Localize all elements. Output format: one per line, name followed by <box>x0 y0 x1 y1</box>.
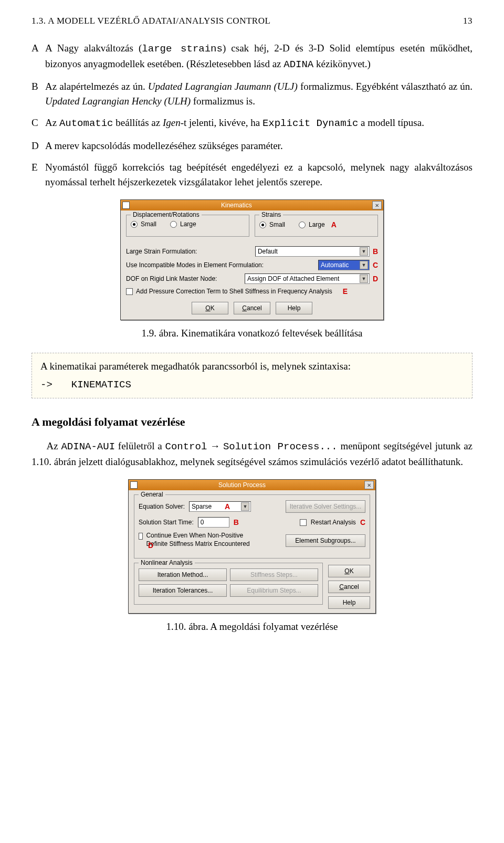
incomp-combo[interactable]: Automatic ▼ <box>318 260 370 270</box>
sst-input[interactable]: 0 <box>198 517 229 528</box>
eq-combo[interactable]: Sparse A ▼ <box>189 501 251 512</box>
dof-combo[interactable]: Assign DOF of Attached Element ▼ <box>245 273 370 284</box>
list-item-a: A A Nagy alakváltozás (large strains) cs… <box>32 41 472 72</box>
lsf-label: Large Strain Formulation: <box>126 248 197 255</box>
section-heading: A megoldási folyamat vezérlése <box>32 415 472 429</box>
annot-c: C <box>373 261 378 269</box>
help-button[interactable]: Help <box>328 596 370 609</box>
strains-large-radio[interactable] <box>299 222 306 228</box>
kinematics-title: Kinematics <box>132 202 252 209</box>
solution-title: Solution Process <box>140 481 266 489</box>
header-page-number: 13 <box>463 16 472 26</box>
disp-small-radio[interactable] <box>131 221 138 228</box>
ok-button[interactable]: OK <box>192 302 228 314</box>
annot-sp-c: C <box>360 518 365 526</box>
general-legend: General <box>139 491 165 498</box>
solution-paragraph: Az ADINA-AUI felületről a Control → Solu… <box>32 439 472 469</box>
annot-sp-b: B <box>234 518 239 526</box>
chevron-down-icon: ▼ <box>360 247 368 256</box>
solution-titlebar[interactable]: Solution Process ✕ <box>129 480 375 490</box>
list-item-b: B Az alapértelmezés az ún. Updated Lagra… <box>32 79 472 108</box>
disp-legend: Displacement/Rotations <box>131 211 202 218</box>
lsf-combo[interactable]: Default ▼ <box>255 246 370 257</box>
strains-small-radio[interactable] <box>259 222 266 228</box>
chevron-down-icon: ▼ <box>241 502 249 511</box>
caption-solution: 1.10. ábra. A megoldási folyamat vezérlé… <box>32 621 472 633</box>
strains-large-label: Large <box>309 221 325 228</box>
dof-label: DOF on Rigid Link Master Node: <box>126 275 217 282</box>
annot-e: E <box>343 287 348 296</box>
window-icon <box>130 481 138 489</box>
annot-sp-d: D <box>148 541 153 550</box>
annot-sp-a: A <box>225 502 230 511</box>
definition-list: A A Nagy alakváltozás (large strains) cs… <box>32 41 472 189</box>
ok-button[interactable]: OK <box>328 565 370 577</box>
annot-d: D <box>373 275 378 283</box>
equilibrium-steps-button: Equilibrium Steps... <box>230 584 318 597</box>
kinematics-titlebar[interactable]: Kinematics ✕ <box>121 200 383 210</box>
continue-label: Continue Even When Non-Positive Definite… <box>146 532 249 547</box>
figure-solution: Solution Process ✕ General Equation Solv… <box>32 479 472 614</box>
caption-kinematics: 1.9. ábra. Kinematikára vonatkozó feltev… <box>32 328 472 339</box>
element-subgroups-button[interactable]: Element Subgroups... <box>286 534 365 547</box>
note-command: KINEMATICS <box>71 377 131 393</box>
iteration-method-button[interactable]: Iteration Method... <box>139 568 227 581</box>
header-section: 1.3. A MODELL VEZÉRLŐ ADATAI/ANALYSIS CO… <box>32 16 270 26</box>
restart-checkbox[interactable] <box>300 519 307 526</box>
iterative-settings-button: Iterative Solver Settings... <box>286 500 365 513</box>
annot-b: B <box>373 247 378 256</box>
page-header: 1.3. A MODELL VEZÉRLŐ ADATAI/ANALYSIS CO… <box>32 16 472 26</box>
list-item-c: C Az Automatic beállítás az Igen-t jelen… <box>32 115 472 131</box>
disp-large-label: Large <box>180 220 196 228</box>
restart-label: Restart Analysis <box>311 519 356 526</box>
stiffness-steps-button: Stiffness Steps... <box>230 568 318 581</box>
annot-a: A <box>331 220 337 229</box>
cancel-button[interactable]: Cancel <box>328 581 370 593</box>
note-text: A kinematikai paraméterek megadhatók par… <box>40 359 464 374</box>
window-icon <box>122 202 130 209</box>
disp-large-radio[interactable] <box>170 221 177 228</box>
iteration-tolerances-button[interactable]: Iteration Tolerances... <box>139 584 227 597</box>
continue-checkbox[interactable] <box>139 533 143 540</box>
chevron-down-icon: ▼ <box>360 275 368 283</box>
help-button[interactable]: Help <box>276 302 312 314</box>
strains-small-label: Small <box>269 221 285 228</box>
close-icon[interactable]: ✕ <box>372 201 382 209</box>
chevron-down-icon: ▼ <box>360 261 368 269</box>
sst-label: Solution Start Time: <box>139 519 194 526</box>
syntax-note: A kinematikai paraméterek megadhatók par… <box>32 353 472 398</box>
cancel-button[interactable]: Cancel <box>234 302 270 314</box>
note-arrow: -> <box>40 377 52 393</box>
eq-label: Equation Solver: <box>139 503 185 510</box>
incomp-label: Use Incompatible Modes in Element Formul… <box>126 261 264 269</box>
figure-kinematics: Kinematics ✕ Displacement/Rotations Smal… <box>32 199 472 320</box>
nonlin-legend: Nonlinear Analysis <box>139 559 195 566</box>
disp-small-label: Small <box>141 220 156 228</box>
strains-legend: Strains <box>259 211 283 218</box>
list-item-e: E Nyomástól függő korrekciós tag beépíté… <box>32 160 472 189</box>
pressure-label: Add Pressure Correction Term to Shell St… <box>136 288 332 295</box>
list-item-d: D A merev kapcsolódás modellezéséhez szü… <box>32 139 472 153</box>
close-icon[interactable]: ✕ <box>364 481 374 489</box>
pressure-checkbox[interactable] <box>126 288 133 295</box>
